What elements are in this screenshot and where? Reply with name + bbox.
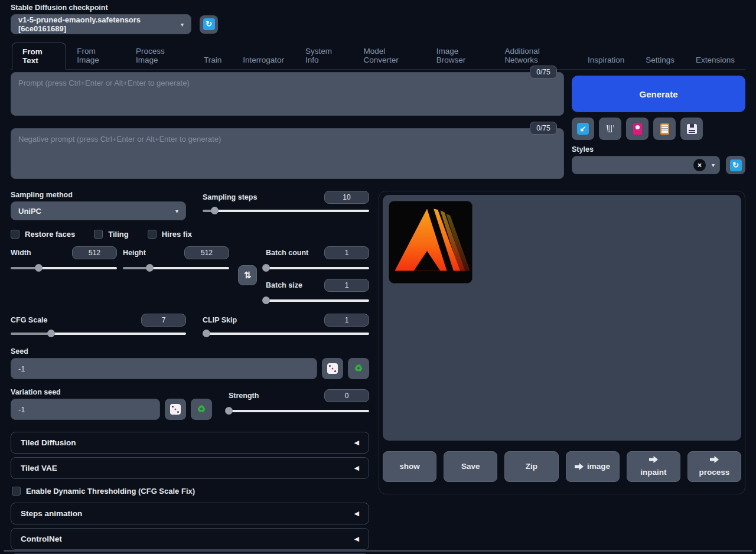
tab-image-browser[interactable]: Image Browser xyxy=(426,42,494,69)
slider-handle[interactable] xyxy=(211,207,219,214)
slider-handle[interactable] xyxy=(262,264,270,272)
results-panel: show Save Zip image inpaint xyxy=(379,191,745,494)
clear-styles-icon[interactable]: × xyxy=(693,159,706,171)
dice-icon xyxy=(327,363,338,374)
restore-faces-label: Restore faces xyxy=(25,230,75,239)
app-root: Stable Diffusion checkpoint v1-5-pruned-… xyxy=(0,0,756,554)
checkpoint-refresh-button[interactable]: ↻ xyxy=(200,15,218,34)
tab-extensions[interactable]: Extensions xyxy=(685,51,745,69)
button-label: inpaint xyxy=(640,467,666,478)
variation-seed-label: Variation seed xyxy=(11,388,212,396)
strength-value[interactable]: 0 xyxy=(324,389,369,402)
tab-model-converter[interactable]: Model Converter xyxy=(353,42,425,69)
tab-system-info[interactable]: System Info xyxy=(295,42,353,69)
arrow-right-icon xyxy=(649,456,658,463)
send-to-image-button[interactable]: image xyxy=(566,451,620,482)
height-value[interactable]: 512 xyxy=(184,246,229,259)
tiling-checkbox[interactable]: Tiling xyxy=(94,230,128,239)
batch-size-label: Batch size xyxy=(266,281,302,289)
batch-count-slider[interactable] xyxy=(266,264,369,272)
prompt-input[interactable] xyxy=(11,72,564,116)
extra-networks-button[interactable] xyxy=(626,118,649,140)
batch-size-slider[interactable] xyxy=(266,296,369,304)
collapse-arrow-icon: ◀ xyxy=(354,464,359,472)
tab-interrogator[interactable]: Interrogator xyxy=(232,51,295,69)
cfg-scale-slider[interactable] xyxy=(11,330,186,337)
sampling-steps-slider[interactable] xyxy=(203,207,369,214)
recycle-icon: ♻ xyxy=(354,364,363,373)
restore-faces-checkbox[interactable]: Restore faces xyxy=(11,230,75,239)
slider-handle[interactable] xyxy=(225,407,233,415)
chevron-down-icon: ▾ xyxy=(181,21,184,28)
clip-skip-label: CLIP Skip xyxy=(203,316,237,324)
negative-prompt-input[interactable] xyxy=(11,128,564,179)
batch-size-value[interactable]: 1 xyxy=(324,279,369,292)
tab-from-image[interactable]: From Image xyxy=(66,42,125,69)
slider-handle[interactable] xyxy=(35,264,43,272)
zip-button[interactable]: Zip xyxy=(504,451,558,482)
read-generation-params-button[interactable]: ↙ xyxy=(572,118,594,140)
random-seed-button[interactable] xyxy=(322,358,343,379)
arrow-lower-left-icon: ↙ xyxy=(577,123,589,135)
save-button[interactable]: Save xyxy=(444,451,497,482)
output-gallery xyxy=(383,195,741,441)
height-slider[interactable] xyxy=(123,264,229,272)
random-variation-seed-button[interactable] xyxy=(165,399,186,420)
swap-dimensions-button[interactable]: ⇅ xyxy=(238,265,257,285)
output-thumbnail[interactable] xyxy=(389,201,472,283)
swap-icon: ⇅ xyxy=(244,270,252,281)
arrow-right-icon xyxy=(575,463,584,470)
accordion-steps-animation[interactable]: Steps animation ◀ xyxy=(11,503,369,524)
clip-skip-value[interactable]: 1 xyxy=(324,314,369,327)
tab-inspiration[interactable]: Inspiration xyxy=(577,51,635,69)
flower-card-icon xyxy=(633,123,642,135)
slider-handle[interactable] xyxy=(203,330,210,337)
accordion-tiled-vae[interactable]: Tiled VAE ◀ xyxy=(11,457,369,479)
save-style-button[interactable] xyxy=(680,118,703,140)
styles-dropdown[interactable]: × ▾ xyxy=(572,156,720,174)
checkpoint-value: v1-5-pruned-emaonly.safetensors [6ce0161… xyxy=(18,15,175,33)
styles-refresh-button[interactable]: ↻ xyxy=(726,156,745,174)
button-label: show xyxy=(399,461,420,472)
cfg-scale-label: CFG Scale xyxy=(11,316,48,324)
tab-from-text[interactable]: From Text xyxy=(12,43,66,70)
reuse-seed-button[interactable]: ♻ xyxy=(348,358,369,379)
checkbox-icon xyxy=(12,487,21,496)
checkpoint-select[interactable]: v1-5-pruned-emaonly.safetensors [6ce0161… xyxy=(11,14,191,34)
seed-label: Seed xyxy=(11,347,369,356)
width-slider[interactable] xyxy=(11,264,117,272)
apply-styles-button[interactable] xyxy=(653,118,676,140)
send-to-process-button[interactable]: process xyxy=(687,451,741,482)
slider-handle[interactable] xyxy=(146,264,154,272)
show-button[interactable]: show xyxy=(383,451,436,482)
clip-skip-slider[interactable] xyxy=(203,330,369,337)
batch-count-value[interactable]: 1 xyxy=(324,246,369,259)
cfg-scale-value[interactable]: 7 xyxy=(141,314,186,327)
slider-handle[interactable] xyxy=(262,296,270,304)
sampling-method-select[interactable]: UniPC ▾ xyxy=(11,201,186,220)
tab-train[interactable]: Train xyxy=(193,51,232,69)
sampling-steps-value[interactable]: 10 xyxy=(324,191,369,204)
button-label: Zip xyxy=(526,461,537,472)
dynamic-thresholding-checkbox[interactable]: Enable Dynamic Thresholding (CFG Scale F… xyxy=(12,487,369,496)
hires-fix-checkbox[interactable]: Hires fix xyxy=(148,230,192,239)
tab-process-image[interactable]: Process Image xyxy=(125,42,193,69)
styles-label: Styles xyxy=(572,145,745,154)
strength-slider[interactable] xyxy=(229,407,369,415)
generate-button[interactable]: Generate xyxy=(572,76,745,112)
button-label: image xyxy=(587,461,610,472)
accordion-tiled-diffusion[interactable]: Tiled Diffusion ◀ xyxy=(11,432,369,454)
width-value[interactable]: 512 xyxy=(72,246,117,259)
checkpoint-label: Stable Diffusion checkpoint xyxy=(11,4,745,12)
slider-handle[interactable] xyxy=(47,330,55,337)
tab-settings[interactable]: Settings xyxy=(635,51,685,69)
sampling-method-label: Sampling method xyxy=(11,191,186,199)
accordion-controlnet[interactable]: ControlNet ◀ xyxy=(11,528,369,550)
seed-input[interactable] xyxy=(11,358,317,379)
variation-seed-input[interactable] xyxy=(11,399,160,420)
chevron-down-icon: ▾ xyxy=(712,162,715,168)
reuse-variation-seed-button[interactable]: ♻ xyxy=(191,399,212,420)
clear-prompt-button[interactable] xyxy=(599,118,621,140)
send-to-inpaint-button[interactable]: inpaint xyxy=(627,451,680,482)
collapse-arrow-icon: ◀ xyxy=(354,535,359,543)
